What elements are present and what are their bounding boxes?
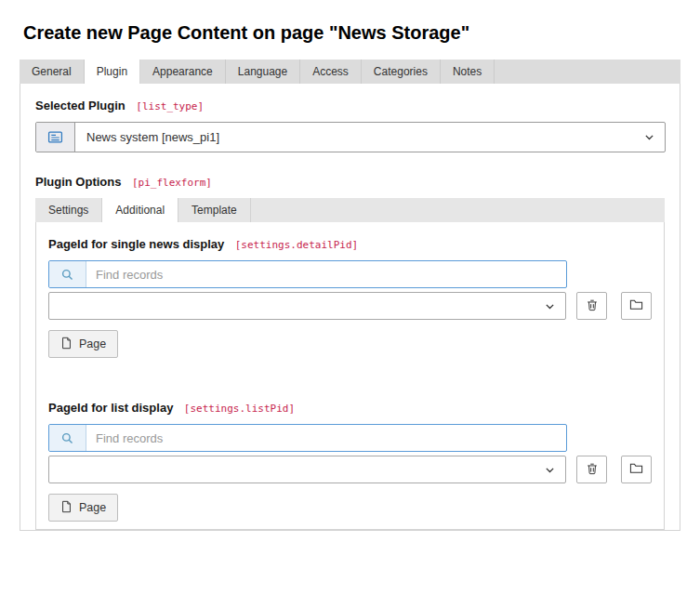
list-pid-search-input[interactable] — [86, 425, 566, 451]
form-area: General Plugin Appearance Language Acces… — [20, 60, 680, 531]
tab-plugin[interactable]: Plugin — [85, 60, 140, 84]
flexform-tabbar: Settings Additional Template — [35, 198, 665, 222]
selected-plugin-select[interactable]: News system [news_pi1] — [35, 122, 666, 152]
list-pid-label: PageId for list display — [48, 401, 173, 415]
chevron-down-icon — [634, 131, 665, 143]
list-pid-page-button[interactable]: Page — [48, 494, 118, 522]
plugin-options-label: Plugin Options — [35, 175, 121, 189]
selected-plugin-label: Selected Plugin — [35, 99, 125, 112]
tab-template[interactable]: Template — [178, 198, 251, 222]
chevron-down-icon — [535, 464, 565, 476]
tab-access[interactable]: Access — [300, 60, 362, 84]
detail-pid-search-input[interactable] — [86, 261, 566, 287]
tab-settings[interactable]: Settings — [35, 198, 102, 222]
page-icon — [60, 337, 73, 352]
tab-notes[interactable]: Notes — [441, 60, 495, 84]
form-tabbar: General Plugin Appearance Language Acces… — [20, 60, 680, 84]
detail-pid-page-button[interactable]: Page — [48, 330, 118, 358]
detail-pid-label: PageId for single news display — [48, 237, 224, 251]
folder-icon — [629, 461, 643, 478]
tab-appearance[interactable]: Appearance — [140, 60, 226, 84]
field-list-pid: PageId for list display [settings.listPi… — [48, 399, 652, 522]
folder-icon — [629, 298, 643, 314]
list-pid-delete-button[interactable] — [576, 456, 607, 483]
tab-general[interactable]: General — [20, 60, 85, 84]
plugin-icon — [36, 123, 75, 152]
selected-plugin-code: [list_type] — [136, 100, 204, 112]
list-pid-record-select[interactable] — [48, 456, 566, 483]
plugin-tab-panel: Selected Plugin [list_type] News system … — [20, 84, 680, 531]
list-pid-search-group — [48, 424, 567, 452]
trash-icon — [586, 462, 599, 478]
additional-tab-panel: PageId for single news display [settings… — [35, 222, 665, 530]
list-pid-code: [settings.listPid] — [184, 403, 295, 415]
detail-pid-code: [settings.detailPid] — [235, 239, 358, 251]
chevron-down-icon — [535, 300, 565, 312]
page-icon — [60, 500, 73, 516]
selected-plugin-label-row: Selected Plugin [list_type] — [35, 97, 665, 113]
page-button-label: Page — [79, 337, 106, 350]
search-icon — [49, 261, 86, 287]
tab-language[interactable]: Language — [226, 60, 300, 84]
search-icon — [49, 425, 86, 451]
tab-categories[interactable]: Categories — [362, 60, 441, 84]
selected-plugin-value: News system [news_pi1] — [75, 130, 634, 144]
detail-pid-search-group — [48, 260, 567, 288]
detail-pid-record-select[interactable] — [48, 292, 566, 320]
plugin-options-label-row: Plugin Options [pi_flexform] — [35, 173, 665, 190]
detail-pid-browse-button[interactable] — [621, 292, 652, 320]
detail-pid-delete-button[interactable] — [576, 292, 607, 320]
trash-icon — [586, 298, 599, 314]
list-pid-browse-button[interactable] — [621, 456, 652, 483]
tab-additional[interactable]: Additional — [102, 198, 178, 222]
page-button-label: Page — [79, 501, 106, 514]
page-title: Create new Page Content on page "News St… — [23, 22, 677, 44]
field-detail-pid: PageId for single news display [settings… — [48, 235, 652, 358]
plugin-options-code: [pi_flexform] — [132, 177, 212, 189]
